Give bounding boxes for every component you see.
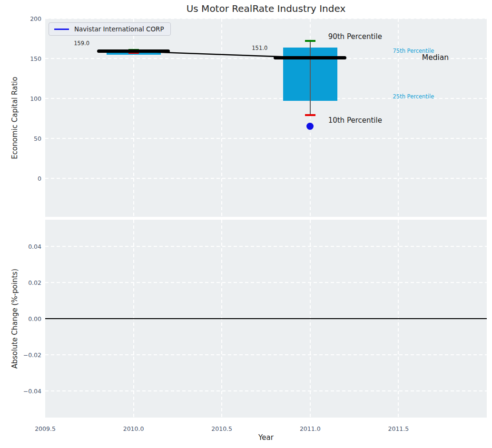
gridline — [45, 390, 487, 391]
x-tick-label: 2009.5 — [29, 425, 62, 432]
gridline — [45, 354, 487, 355]
gridline — [45, 246, 487, 247]
gridline — [45, 282, 487, 283]
y-axis-label-top: Economic Capital Ratio — [10, 77, 19, 159]
annotation: 90th Percentile — [328, 32, 382, 41]
y-tick-label: 50 — [13, 135, 41, 142]
annotation: 25th Percentile — [393, 93, 434, 100]
y-tick-label: 100 — [13, 95, 41, 102]
y-tick-label: −0.02 — [13, 351, 41, 358]
annotation: 151.0 — [252, 45, 267, 51]
median-bar — [97, 49, 170, 53]
x-axis-label: Year — [45, 433, 487, 442]
median-bar — [274, 56, 346, 59]
x-tick-label: 2011.0 — [294, 425, 327, 432]
plot-area-bottom — [45, 220, 487, 418]
x-tick-label: 2010.5 — [205, 425, 238, 432]
x-tick-label: 2010.0 — [117, 425, 150, 432]
plot-area-top: Navistar International CORP 159.0151.090… — [45, 19, 487, 217]
figure: Us Motor RealRate Industry Index Economi… — [0, 0, 492, 448]
legend-label: Navistar International CORP — [74, 25, 164, 33]
y-tick-label: 0.04 — [13, 243, 41, 250]
y-tick-label: 150 — [13, 55, 41, 62]
annotation: Median — [422, 53, 449, 62]
chart-title: Us Motor RealRate Industry Index — [45, 3, 487, 14]
y-tick-label: 0.02 — [13, 279, 41, 286]
legend: Navistar International CORP — [49, 22, 171, 36]
zero-line — [45, 318, 487, 319]
y-tick-label: 0.00 — [13, 315, 41, 322]
annotation: 10th Percentile — [328, 116, 382, 125]
y-tick-label: −0.04 — [13, 387, 41, 394]
y-tick-label: 200 — [13, 15, 41, 22]
x-tick-label: 2011.5 — [382, 425, 415, 432]
legend-line-swatch — [54, 29, 69, 30]
y-tick-label: 0 — [13, 175, 41, 182]
annotation: 159.0 — [74, 40, 89, 47]
